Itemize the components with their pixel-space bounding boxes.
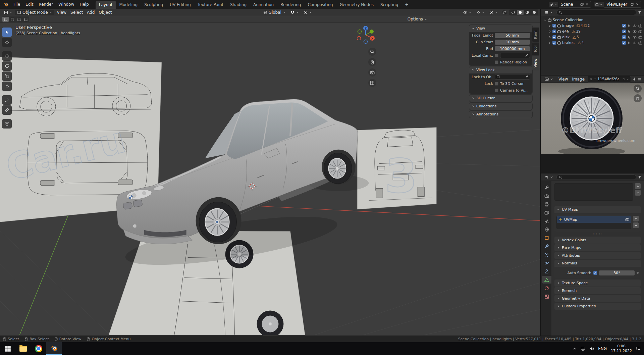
n-panel-tab[interactable]: View [532,56,539,70]
properties-search-input[interactable] [556,174,636,180]
collapsed-panel-header[interactable]: Face Maps [554,244,641,251]
fake-user-shield-icon[interactable] [623,78,625,81]
clip-end-field[interactable]: 1000000 mm [495,46,530,51]
n-panel-tab[interactable]: Tool [532,42,539,55]
workspace-tab[interactable]: + [401,1,412,9]
zoom-button[interactable] [368,48,376,56]
editor-type-button[interactable] [2,10,14,15]
tab-object-data[interactable] [542,276,551,284]
workspace-tab[interactable]: Animation [250,1,277,9]
camera-view-button[interactable] [368,68,376,77]
workspace-tab[interactable]: Compositing [304,1,336,9]
tab-modifiers[interactable] [542,242,551,250]
camera-icon[interactable] [638,24,642,28]
view-lock-panel-header[interactable]: View Lock [469,66,532,73]
select-subtract-button[interactable] [16,17,22,22]
eye-icon[interactable] [633,35,637,39]
focal-length-field[interactable]: 50 mm [495,33,530,38]
shading-wireframe-button[interactable] [510,10,517,15]
add-item-button[interactable] [635,183,641,189]
local-camera-checkbox[interactable] [495,54,498,57]
blender-taskbar-button[interactable] [46,342,62,355]
outliner-search-input[interactable] [556,10,636,15]
collapsed-panel-header[interactable]: Custom Properties [554,303,641,310]
exclude-checkbox[interactable] [622,24,626,28]
scene-3d[interactable]: Car.ru [0,23,540,335]
tab-particles[interactable] [542,251,551,258]
selectable-icon[interactable] [628,36,631,39]
collection-enable-checkbox[interactable] [552,24,556,28]
camera-icon[interactable] [638,41,642,45]
workspace-tab[interactable]: Geometry Nodes [336,1,377,9]
eyedropper-icon[interactable] [525,75,528,79]
display-icon[interactable] [581,346,585,351]
tray-expand-icon[interactable] [573,347,577,351]
new-scene-icon[interactable] [580,3,584,6]
image-editor-type-button[interactable] [543,77,555,82]
workspace-tab[interactable]: Shading [227,1,250,9]
scene-browse-button[interactable] [549,2,558,7]
collection-enable-checkbox[interactable] [552,30,556,33]
tab-scene[interactable] [542,217,551,225]
collapsed-panel-header[interactable]: Remesh [554,287,641,294]
eye-icon[interactable] [633,41,637,45]
image-datablock-field[interactable]: 11548df26c08.jpg [588,76,631,83]
tool-cursor[interactable] [2,38,12,47]
pin-icon[interactable] [632,77,636,81]
eyedropper-icon[interactable] [525,54,528,57]
snap-toggle[interactable] [288,10,301,15]
outliner-editor-type-button[interactable] [543,10,555,15]
lock-3d-cursor-checkbox[interactable] [495,82,498,86]
tool-move[interactable] [2,51,12,61]
tab-render[interactable] [542,192,551,200]
expand-arrow-icon[interactable] [548,36,551,39]
collapsed-panel-header[interactable]: 3D Cursor [469,95,532,102]
blueprint-rear-plane[interactable]: 3 [357,128,436,209]
outliner-row-scene-collection[interactable]: Scene Collection [541,17,644,23]
speaker-icon[interactable] [589,346,594,351]
properties-editor-type-button[interactable] [543,175,555,180]
show-gizmo-dropdown[interactable] [474,10,487,15]
collapsed-panel-header[interactable]: Attributes [554,252,641,259]
tool-select-box[interactable] [2,28,12,37]
topbar-menu-item[interactable]: Render [36,1,56,7]
collapsed-panel-header[interactable]: Collections [469,103,532,110]
expand-arrow-icon[interactable] [548,41,551,45]
collapsed-panel-header[interactable]: Vertex Colors [554,237,641,244]
topbar-menu-item[interactable]: Help [77,1,91,7]
shading-solid-button[interactable] [517,10,524,15]
auto-smooth-angle-field[interactable]: 30° [599,270,635,275]
tab-view-layer[interactable] [542,209,551,216]
properties-filter-icon[interactable] [638,175,642,179]
selectable-icon[interactable] [628,41,631,45]
render-region-checkbox[interactable] [495,60,498,64]
collapsed-panel-header[interactable]: Texture Space [554,280,641,287]
shading-rendered-button[interactable] [531,10,538,15]
viewport-menu-item[interactable]: View [55,10,68,15]
start-button[interactable] [0,342,15,355]
shading-material-button[interactable] [524,10,531,15]
animate-property-dot[interactable] [637,272,639,274]
add-uv-map-button[interactable] [633,216,639,221]
tab-object[interactable] [542,234,551,242]
select-new-button[interactable] [2,17,9,22]
image-editor-menu-item[interactable]: View [556,77,570,82]
camera-icon[interactable] [638,30,642,34]
workspace-tab[interactable]: Layout [96,1,116,9]
camera-icon[interactable] [638,35,642,39]
chrome-button[interactable] [31,342,46,355]
tool-rotate[interactable] [2,61,12,71]
proportional-edit-toggle[interactable] [302,10,314,15]
filter-icon[interactable] [638,10,642,14]
collapsed-panel-header[interactable]: Annotations [469,111,532,118]
local-camera-field[interactable] [500,53,530,58]
outliner-row-image[interactable]: image 4 2 [541,23,644,29]
view-panel-header[interactable]: View [469,25,532,32]
tab-physics[interactable] [542,259,551,267]
topbar-menu-item[interactable]: File [11,1,23,7]
view-layer-browse-button[interactable] [594,2,604,7]
viewport-menu-item[interactable]: Object [97,10,114,15]
delete-scene-icon[interactable] [585,3,589,6]
uv-map-row[interactable]: UVMap [557,216,631,223]
workspace-tab[interactable]: Modeling [116,1,141,9]
